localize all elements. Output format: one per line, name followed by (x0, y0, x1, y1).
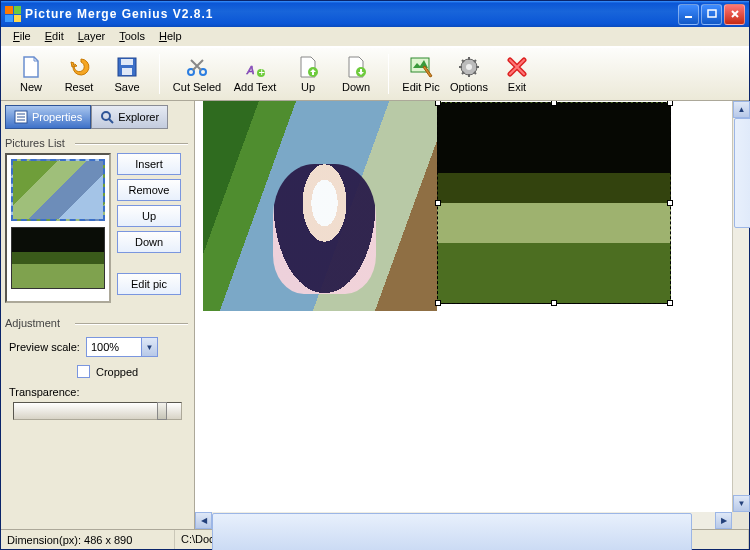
resize-handle-n[interactable] (551, 101, 557, 106)
reset-button[interactable]: Reset (55, 50, 103, 98)
vertical-scrollbar[interactable]: ▲ ▼ (732, 101, 749, 512)
hscroll-thumb[interactable] (212, 513, 692, 550)
resize-handle-sw[interactable] (435, 300, 441, 306)
preview-scale-combo[interactable]: 100% ▼ (86, 337, 158, 357)
canvas-wrap: ▲ ▼ ◀ ▶ (195, 101, 749, 529)
edit-pic-button[interactable]: Edit Pic (397, 50, 445, 98)
left-panel: Properties Explorer Pictures List Insert… (1, 101, 195, 529)
insert-button[interactable]: Insert (117, 153, 181, 175)
menu-tools[interactable]: Tools (113, 29, 151, 44)
preview-scale-label: Preview scale: (9, 341, 80, 353)
cropped-label: Cropped (96, 366, 138, 378)
slider-thumb[interactable] (157, 402, 167, 420)
new-file-icon (19, 55, 43, 79)
pictures-list[interactable] (5, 153, 111, 303)
vscroll-thumb[interactable] (734, 118, 750, 228)
canvas-image-1[interactable] (203, 101, 437, 311)
resize-handle-s[interactable] (551, 300, 557, 306)
remove-button[interactable]: Remove (117, 179, 181, 201)
exit-icon (505, 55, 529, 79)
toolbar: New Reset Save Cut Seled A+ Add Text Up … (1, 47, 749, 101)
transparence-slider[interactable] (13, 402, 182, 420)
save-button[interactable]: Save (103, 50, 151, 98)
save-label: Save (114, 81, 139, 93)
resize-handle-nw[interactable] (435, 101, 441, 106)
resize-handle-e[interactable] (667, 200, 673, 206)
new-button[interactable]: New (7, 50, 55, 98)
gear-icon (457, 55, 481, 79)
titlebar[interactable]: Picture Merge Genius V2.8.1 (1, 1, 749, 27)
resize-handle-ne[interactable] (667, 101, 673, 106)
menu-layer[interactable]: Layer (72, 29, 112, 44)
cut-seled-button[interactable]: Cut Seled (168, 50, 226, 98)
properties-icon (14, 110, 28, 124)
menu-help[interactable]: Help (153, 29, 188, 44)
text-icon: A+ (243, 55, 267, 79)
page-down-icon (344, 55, 368, 79)
app-window: Picture Merge Genius V2.8.1 File Edit La… (0, 0, 750, 550)
toolbar-sep-2 (388, 54, 389, 94)
minimize-button[interactable] (678, 4, 699, 25)
down-label: Down (342, 81, 370, 93)
add-text-label: Add Text (234, 81, 277, 93)
window-title: Picture Merge Genius V2.8.1 (25, 7, 678, 21)
svg-rect-1 (708, 10, 716, 17)
svg-text:+: + (259, 66, 265, 78)
list-down-button[interactable]: Down (117, 231, 181, 253)
thumbnail-2[interactable] (11, 227, 105, 289)
svg-point-14 (466, 64, 472, 70)
pictures-list-label: Pictures List (5, 137, 190, 149)
edit-pic-label: Edit Pic (402, 81, 439, 93)
exit-button[interactable]: Exit (493, 50, 541, 98)
menubar: File Edit Layer Tools Help (1, 27, 749, 47)
scroll-right-arrow[interactable]: ▶ (715, 512, 732, 529)
menu-file[interactable]: File (7, 29, 37, 44)
cut-seled-label: Cut Seled (173, 81, 221, 93)
scroll-left-arrow[interactable]: ◀ (195, 512, 212, 529)
scissors-icon (185, 55, 209, 79)
up-label: Up (301, 81, 315, 93)
scroll-corner (732, 512, 749, 529)
canvas-image-2-selected[interactable] (437, 102, 671, 304)
maximize-button[interactable] (701, 4, 722, 25)
transparence-label: Transparence: (9, 386, 186, 398)
save-icon (115, 55, 139, 79)
options-button[interactable]: Options (445, 50, 493, 98)
scroll-up-arrow[interactable]: ▲ (733, 101, 750, 118)
resize-handle-w[interactable] (435, 200, 441, 206)
reset-label: Reset (65, 81, 94, 93)
up-button[interactable]: Up (284, 50, 332, 98)
canvas[interactable] (195, 101, 732, 512)
svg-rect-4 (122, 68, 132, 75)
toolbar-sep-1 (159, 54, 160, 94)
scroll-down-arrow[interactable]: ▼ (733, 495, 750, 512)
new-label: New (20, 81, 42, 93)
chevron-down-icon[interactable]: ▼ (141, 338, 157, 356)
tab-properties-label: Properties (32, 111, 82, 123)
edit-pic-icon (409, 55, 433, 79)
explorer-icon (100, 110, 114, 124)
close-button[interactable] (724, 4, 745, 25)
resize-handle-se[interactable] (667, 300, 673, 306)
adjustment-label: Adjustment (5, 317, 190, 329)
horizontal-scrollbar[interactable]: ◀ ▶ (195, 512, 749, 529)
status-dimension: Dimension(px): 486 x 890 (1, 530, 175, 549)
list-up-button[interactable]: Up (117, 205, 181, 227)
menu-edit[interactable]: Edit (39, 29, 70, 44)
add-text-button[interactable]: A+ Add Text (226, 50, 284, 98)
undo-icon (67, 55, 91, 79)
svg-point-16 (102, 112, 110, 120)
down-button[interactable]: Down (332, 50, 380, 98)
page-up-icon (296, 55, 320, 79)
app-icon (5, 6, 21, 22)
exit-label: Exit (508, 81, 526, 93)
options-label: Options (450, 81, 488, 93)
edit-pic-side-button[interactable]: Edit pic (117, 273, 181, 295)
tab-properties[interactable]: Properties (5, 105, 91, 129)
tab-explorer-label: Explorer (118, 111, 159, 123)
content-area: Properties Explorer Pictures List Insert… (1, 101, 749, 529)
tab-explorer[interactable]: Explorer (91, 105, 168, 129)
thumbnail-1[interactable] (11, 159, 105, 221)
svg-rect-0 (685, 16, 692, 18)
cropped-checkbox[interactable] (77, 365, 90, 378)
